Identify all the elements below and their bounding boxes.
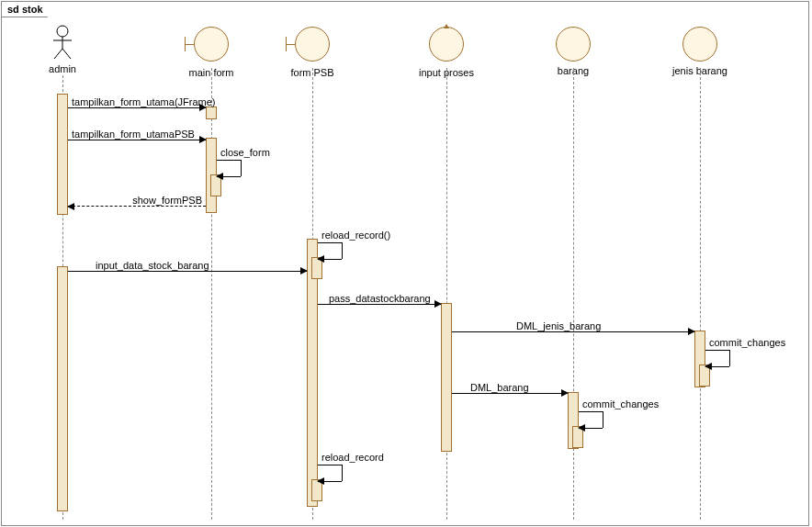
- message-label: show_formPSB: [132, 195, 202, 206]
- activation: [441, 303, 452, 452]
- lifeline-label: admin: [26, 63, 99, 74]
- message-arrow: DML_barang: [452, 393, 568, 394]
- sequence-diagram-frame: sd stok admin main form form PSB input p…: [1, 1, 809, 526]
- lifeline-admin: admin: [26, 25, 99, 74]
- activation: [57, 94, 68, 215]
- lifeline-dash: [446, 68, 447, 520]
- message-label: reload_record: [321, 452, 384, 463]
- lifeline-dash: [573, 68, 574, 520]
- message-label: commit_changes: [709, 337, 785, 348]
- frame-title: sd stok: [1, 1, 57, 17]
- lifeline-dash: [211, 68, 212, 520]
- message-label: tampilkan_form_utama(JFrame): [72, 96, 216, 107]
- message-label: reload_record(): [321, 230, 390, 241]
- svg-line-3: [54, 49, 62, 59]
- actor-icon: [51, 25, 73, 60]
- activation: [206, 107, 217, 119]
- message-arrow: pass_datastockbarang: [318, 304, 441, 305]
- message-label: DML_jenis_barang: [516, 320, 601, 331]
- lifeline-dash: [700, 68, 701, 520]
- message-arrow: DML_jenis_barang: [452, 331, 694, 332]
- message-label: tampilkan_form_utamaPSB: [72, 129, 195, 140]
- message-label: close_form: [220, 147, 270, 158]
- message-label: DML_barang: [470, 382, 529, 393]
- message-arrow: input_data_stock_barang: [68, 271, 307, 272]
- message-arrow: tampilkan_form_utama(JFrame): [68, 107, 206, 108]
- message-arrow: tampilkan_form_utamaPSB: [68, 140, 206, 140]
- svg-point-0: [57, 26, 68, 37]
- message-label: pass_datastockbarang: [329, 293, 431, 304]
- message-label: commit_changes: [582, 398, 659, 409]
- svg-line-4: [62, 49, 71, 59]
- activation: [57, 266, 68, 511]
- return-message-arrow: show_formPSB: [68, 206, 206, 207]
- message-label: input_data_stock_barang: [96, 260, 209, 271]
